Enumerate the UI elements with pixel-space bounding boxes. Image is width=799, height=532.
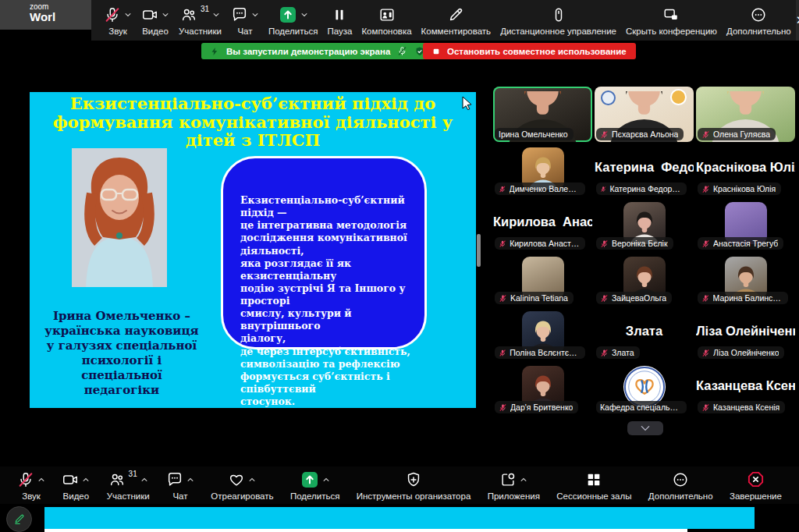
chevron-down-icon[interactable] xyxy=(212,11,220,19)
participant-name-label: Пєхарєва Альона xyxy=(596,128,684,140)
remote-control-button[interactable]: Дистанционное управление xyxy=(495,0,621,41)
chat-button[interactable]: Чат xyxy=(226,0,264,41)
end-button[interactable]: Завершение xyxy=(725,466,787,504)
participant-tile[interactable]: ЗлатаЗлата xyxy=(595,309,694,360)
chevron-down-icon[interactable] xyxy=(300,11,308,19)
participants-icon xyxy=(108,471,126,488)
participant-name-label: Злата xyxy=(596,346,640,359)
hide-conference-button[interactable]: Скрыть конференцию xyxy=(621,0,722,41)
participant-name-label: Марина Балинська xyxy=(698,292,788,304)
mic-muted-small-icon xyxy=(701,403,710,412)
toolbar-item-label: Видео xyxy=(142,27,169,36)
participant-tile[interactable]: Анастасія Трегуб xyxy=(696,200,795,251)
toolbar-item-label: Компоновка xyxy=(361,27,411,36)
participant-name-label: Катерина Федоренко З... xyxy=(596,183,687,195)
participant-tile[interactable]: Олена Гуляєва xyxy=(696,87,795,142)
annotate-button[interactable]: Комментировать xyxy=(417,0,496,41)
camera-icon xyxy=(62,471,79,488)
toolbar-item-label: Дополнительно xyxy=(648,491,713,501)
participant-tile[interactable]: Ліза ОлейніченкоЛіза Олейніченко xyxy=(696,309,795,360)
definition-text: Екзистенціально-суб’єктний підхід — це і… xyxy=(240,194,417,408)
video-button[interactable]: Видео xyxy=(137,0,174,41)
mic-muted-small-icon xyxy=(499,294,507,303)
gallery-grid: Димченко ВалентинаКатерина Федо...Катери… xyxy=(493,145,797,415)
host-tools-button[interactable]: Инструменты организатора xyxy=(352,466,476,504)
mic-muted-small-icon xyxy=(600,294,609,303)
chevron-up-icon[interactable] xyxy=(520,476,527,484)
participants-button[interactable]: 31Участники xyxy=(102,466,154,504)
apps-button[interactable]: Приложения xyxy=(483,466,545,504)
participant-tile[interactable]: Краснікова ЮліяКраснікова Юлія xyxy=(696,145,795,197)
annotation-tool-button[interactable] xyxy=(6,506,32,532)
chevron-down-icon[interactable] xyxy=(162,11,169,19)
share-button[interactable]: Поделиться xyxy=(264,0,323,41)
toolbar-item-label: Участники xyxy=(179,27,222,36)
chevron-up-icon[interactable] xyxy=(140,476,148,484)
participant-big-name: Казанцева Ксенія xyxy=(696,378,795,393)
toolbar-item-label: Поделиться xyxy=(268,27,318,36)
pause-button[interactable]: Пауза xyxy=(322,0,357,41)
participant-name-label: Кафедра спеціальної педа... xyxy=(596,401,687,413)
participants-button[interactable]: 31Участники xyxy=(174,0,226,41)
participant-tile[interactable]: Ірина Омельченко xyxy=(493,87,592,142)
audio-button[interactable]: Звук xyxy=(99,0,137,41)
participant-tile[interactable]: Димченко Валентина xyxy=(493,145,592,197)
annotate-icon xyxy=(447,6,464,23)
mic-muted-small-icon xyxy=(701,294,710,303)
participant-tile[interactable]: ЗайцеваОльга xyxy=(595,254,694,306)
participant-tile[interactable]: Пєхарєва Альона xyxy=(595,87,694,142)
participant-tile[interactable]: Кирилова Анас...Кирилова Анастасія xyxy=(493,200,592,251)
chevron-up-icon[interactable] xyxy=(248,476,256,484)
participant-tile[interactable]: Вероніка Бєлік xyxy=(595,200,694,251)
gallery-scroll-down-button[interactable] xyxy=(627,421,663,435)
more-icon xyxy=(750,6,767,23)
scrollbar-thumb[interactable] xyxy=(477,234,481,267)
participant-tile[interactable]: Марина Балинська xyxy=(696,254,795,306)
participant-big-name: Кирилова Анас... xyxy=(493,215,592,229)
participant-name-label: Кирилова Анастасія xyxy=(495,237,585,250)
audio-button[interactable]: Звук xyxy=(12,466,50,504)
participant-name-label: Дар'я Бритвенко xyxy=(495,401,578,413)
breakout-rooms-button[interactable]: Сессионные залы xyxy=(552,466,636,504)
chevron-up-icon[interactable] xyxy=(37,476,45,484)
participant-tile[interactable]: Дар'я Бритвенко xyxy=(493,364,592,415)
participant-tile[interactable]: Катерина Федо...Катерина Федоренко З... xyxy=(595,145,694,197)
participant-name-label: Ліза Олейніченко xyxy=(698,346,784,359)
chevron-up-icon[interactable] xyxy=(322,476,330,484)
stop-share-button[interactable]: Остановить совместное использование xyxy=(423,43,636,59)
toolbar-item-label: Приложения xyxy=(488,491,540,501)
layout-button[interactable]: Компоновка xyxy=(357,0,416,41)
chevron-up-icon[interactable] xyxy=(186,476,194,484)
participant-tile[interactable]: Кафедра спеціальної педа... xyxy=(595,364,694,415)
participants-gallery: Ірина ОмельченкоПєхарєва АльонаОлена Гул… xyxy=(493,87,797,415)
react-button[interactable]: Отреагировать xyxy=(206,466,278,504)
chat-icon xyxy=(231,6,248,23)
participant-tile[interactable]: Казанцева КсеніяКазанцева Ксенія xyxy=(696,364,795,415)
participant-tile[interactable]: Поліна Вєлєнтєєнко xyxy=(493,309,592,360)
participant-count: 31 xyxy=(201,5,209,13)
participant-tile[interactable]: Kalinina Tetiana xyxy=(493,254,592,306)
gallery-video-row: Ірина ОмельченкоПєхарєва АльонаОлена Гул… xyxy=(493,87,797,142)
participant-big-name: Злата xyxy=(595,324,694,339)
apps-icon xyxy=(499,471,517,488)
video-button[interactable]: Видео xyxy=(57,466,94,504)
toolbar-item-label: Чат xyxy=(237,27,252,36)
close-window-button[interactable]: ✕ xyxy=(796,0,799,41)
chevron-up-icon[interactable] xyxy=(82,476,90,484)
chevron-down-icon[interactable] xyxy=(124,11,132,19)
chevron-down-icon[interactable] xyxy=(251,11,259,19)
more-button[interactable]: Дополнительно xyxy=(722,0,796,41)
slide-title: Екзистенціально-суб’єктний підхід до фор… xyxy=(50,94,456,150)
brand-line2: Worl xyxy=(30,11,91,23)
more-button[interactable]: Дополнительно xyxy=(644,466,718,504)
chat-button[interactable]: Чат xyxy=(162,466,199,504)
mic-muted-small-icon xyxy=(499,239,506,248)
top-toolbar: ЗвукВидео31УчастникиЧатПоделитьсяПаузаКо… xyxy=(91,0,799,41)
share-button[interactable]: Поделиться xyxy=(286,466,345,504)
mic-muted-icon xyxy=(17,471,34,488)
participant-big-name: Ліза Олейніченко xyxy=(696,324,795,339)
mic-muted-small-icon xyxy=(600,130,609,139)
participant-name-label: Вероніка Бєлік xyxy=(596,237,673,250)
toolbar-item-label: Дополнительно xyxy=(726,27,791,36)
participant-name-label: Поліна Вєлєнтєєнко xyxy=(495,346,585,359)
